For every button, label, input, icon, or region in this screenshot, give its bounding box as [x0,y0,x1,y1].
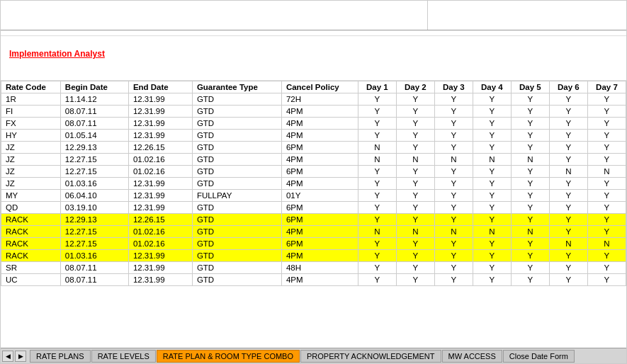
table-row: RACK01.03.1612.31.99GTD4PMYYYYYYY [1,250,626,262]
table-row: MY06.04.1012.31.99FULLPAY01YYYYYYYY [1,190,626,202]
tab-rate-levels[interactable]: RATE LEVELS [91,350,156,363]
spreadsheet: Implementation Analyst Rate Code Begin D… [0,0,627,364]
implementation-analyst-link[interactable]: Implementation Analyst [9,49,105,59]
table-row: UC08.07.1112.31.99GTD4PMYYYYYYY [1,274,626,286]
col-header-d2: Day 2 [396,81,434,93]
col-header-d3: Day 3 [434,81,473,93]
tab-rate-plans[interactable]: RATE PLANS [30,350,91,363]
header-row [1,1,626,30]
table-row: HY01.05.1412.31.99GTD4PMYYYYYYY [1,130,626,142]
table-row: JZ12.27.1501.02.16GTD4PMNNNNNYY [1,154,626,166]
col-header-cpolicy: Cancel Policy [281,81,358,93]
table-row: FI08.07.1112.31.99GTD4PMYYYYYYY [1,106,626,118]
tab-rate-plan-room-combo[interactable]: RATE PLAN & ROOM TYPE COMBO [157,350,300,363]
table-row: 1R11.14.1212.31.99GTD72HYYYYYYY [1,93,626,106]
tab-close-date-form[interactable]: Close Date Form [503,350,575,363]
col-header-begin: Begin Date [60,81,128,93]
col-header-d4: Day 4 [473,81,511,93]
tab-next-arrow[interactable]: ▶ [15,351,26,362]
tab-property-acknowledgement[interactable]: PROPERTY ACKNOWLEDGEMENT [300,350,441,363]
table-header-row: Rate Code Begin Date End Date Guarantee … [1,81,626,93]
table-row: RACK12.27.1501.02.16GTD4PMNNNNNYY [1,226,626,238]
policy-table: Rate Code Begin Date End Date Guarantee … [1,81,626,286]
col-header-d7: Day 7 [587,81,626,93]
property-header [428,1,626,30]
table-row: FX08.07.1112.31.99GTD4PMYYYYYYY [1,118,626,130]
col-header-rate: Rate Code [1,81,61,93]
page-title [1,1,428,30]
table-row: JZ12.27.1501.02.16GTD6PMYYYYYNN [1,166,626,178]
description-area: Implementation Analyst [1,36,626,81]
separator [1,30,626,36]
col-header-d1: Day 1 [358,81,396,93]
tab-prev-arrow[interactable]: ◀ [2,351,13,362]
table-row: JZ01.03.1612.31.99GTD4PMYYYYYYY [1,178,626,190]
data-table-container: Rate Code Begin Date End Date Guarantee … [1,81,626,348]
table-row: SR08.07.1112.31.99GTD48HYYYYYYY [1,262,626,274]
col-header-d6: Day 6 [549,81,587,93]
col-header-d5: Day 5 [511,81,549,93]
tabs-row: ◀ ▶ RATE PLANS RATE LEVELS RATE PLAN & R… [1,348,626,363]
col-header-end: End Date [128,81,192,93]
table-row: QD03.19.1012.31.99GTD6PMYYYYYYY [1,202,626,214]
col-header-gtype: Guarantee Type [192,81,281,93]
desc-paragraph2: Implementation Analyst [9,47,618,60]
table-row: RACK12.29.1312.26.15GTD6PMYYYYYYY [1,214,626,226]
tab-navigation: ◀ ▶ [2,351,26,362]
tab-mw-access[interactable]: MW ACCESS [442,350,502,363]
table-row: RACK12.27.1501.02.16GTD6PMYYYYYNN [1,238,626,250]
table-row: JZ12.29.1312.26.15GTD6PMNYYYYYY [1,142,626,154]
